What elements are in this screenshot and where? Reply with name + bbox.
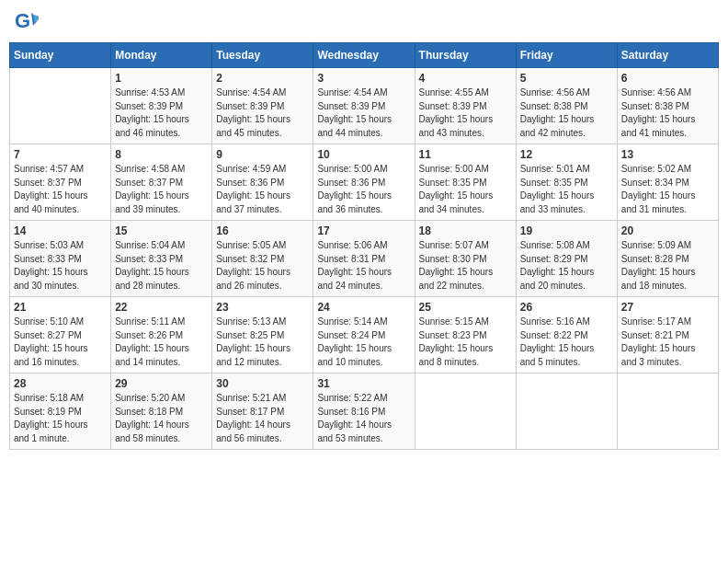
day-number: 7 (14, 148, 107, 161)
day-info: Sunrise: 5:00 AM Sunset: 8:35 PM Dayligh… (419, 163, 512, 216)
day-info: Sunrise: 4:54 AM Sunset: 8:39 PM Dayligh… (216, 86, 309, 140)
day-info: Sunrise: 4:56 AM Sunset: 8:38 PM Dayligh… (621, 86, 714, 140)
calendar-cell: 4Sunrise: 4:55 AM Sunset: 8:39 PM Daylig… (415, 68, 516, 144)
calendar-cell: 11Sunrise: 5:00 AM Sunset: 8:35 PM Dayli… (415, 144, 516, 221)
calendar-cell (10, 68, 111, 144)
calendar-cell: 5Sunrise: 4:56 AM Sunset: 8:38 PM Daylig… (516, 68, 617, 144)
day-number: 1 (115, 72, 208, 85)
day-number: 14 (14, 224, 107, 237)
calendar-cell (415, 373, 516, 450)
column-header-thursday: Thursday (415, 43, 516, 68)
calendar-cell: 14Sunrise: 5:03 AM Sunset: 8:33 PM Dayli… (10, 221, 111, 297)
day-info: Sunrise: 5:22 AM Sunset: 8:16 PM Dayligh… (317, 392, 410, 445)
day-number: 25 (419, 301, 512, 314)
day-number: 9 (216, 148, 309, 161)
day-info: Sunrise: 5:17 AM Sunset: 8:21 PM Dayligh… (621, 316, 714, 369)
column-header-saturday: Saturday (617, 43, 718, 68)
calendar-cell: 1Sunrise: 4:53 AM Sunset: 8:39 PM Daylig… (111, 68, 212, 144)
calendar-cell (617, 373, 718, 450)
day-number: 24 (317, 301, 410, 314)
day-info: Sunrise: 4:55 AM Sunset: 8:39 PM Dayligh… (419, 86, 512, 140)
day-number: 30 (216, 377, 309, 390)
calendar-cell: 8Sunrise: 4:58 AM Sunset: 8:37 PM Daylig… (111, 144, 212, 221)
day-info: Sunrise: 4:58 AM Sunset: 8:37 PM Dayligh… (115, 163, 208, 216)
calendar-cell: 22Sunrise: 5:11 AM Sunset: 8:26 PM Dayli… (111, 297, 212, 373)
day-number: 31 (317, 377, 410, 390)
day-number: 26 (520, 301, 613, 314)
calendar-cell: 18Sunrise: 5:07 AM Sunset: 8:30 PM Dayli… (415, 221, 516, 297)
calendar-cell: 24Sunrise: 5:14 AM Sunset: 8:24 PM Dayli… (313, 297, 415, 373)
day-info: Sunrise: 5:11 AM Sunset: 8:26 PM Dayligh… (115, 316, 208, 369)
calendar-cell: 21Sunrise: 5:10 AM Sunset: 8:27 PM Dayli… (10, 297, 111, 373)
day-info: Sunrise: 5:18 AM Sunset: 8:19 PM Dayligh… (14, 392, 107, 445)
day-info: Sunrise: 5:20 AM Sunset: 8:18 PM Dayligh… (115, 392, 208, 445)
day-info: Sunrise: 5:06 AM Sunset: 8:31 PM Dayligh… (317, 239, 410, 293)
day-info: Sunrise: 5:13 AM Sunset: 8:25 PM Dayligh… (216, 316, 309, 369)
calendar-cell: 16Sunrise: 5:05 AM Sunset: 8:32 PM Dayli… (212, 221, 313, 297)
day-info: Sunrise: 5:03 AM Sunset: 8:33 PM Dayligh… (14, 239, 107, 293)
day-number: 3 (317, 72, 410, 85)
day-number: 10 (317, 148, 410, 161)
day-info: Sunrise: 5:00 AM Sunset: 8:36 PM Dayligh… (317, 163, 410, 216)
calendar-header-row: SundayMondayTuesdayWednesdayThursdayFrid… (10, 43, 719, 68)
day-info: Sunrise: 5:10 AM Sunset: 8:27 PM Dayligh… (14, 316, 107, 369)
logo: G (13, 9, 40, 35)
day-info: Sunrise: 5:02 AM Sunset: 8:34 PM Dayligh… (621, 163, 714, 216)
calendar-week-row: 28Sunrise: 5:18 AM Sunset: 8:19 PM Dayli… (10, 373, 719, 450)
day-number: 8 (115, 148, 208, 161)
calendar-cell: 17Sunrise: 5:06 AM Sunset: 8:31 PM Dayli… (313, 221, 415, 297)
column-header-monday: Monday (111, 43, 212, 68)
calendar-cell: 28Sunrise: 5:18 AM Sunset: 8:19 PM Dayli… (10, 373, 111, 450)
day-number: 16 (216, 224, 309, 237)
day-number: 12 (520, 148, 613, 161)
day-number: 6 (621, 72, 714, 85)
column-header-tuesday: Tuesday (212, 43, 313, 68)
day-info: Sunrise: 4:54 AM Sunset: 8:39 PM Dayligh… (317, 86, 410, 140)
calendar-cell: 27Sunrise: 5:17 AM Sunset: 8:21 PM Dayli… (617, 297, 718, 373)
calendar-cell: 26Sunrise: 5:16 AM Sunset: 8:22 PM Dayli… (516, 297, 617, 373)
day-info: Sunrise: 5:08 AM Sunset: 8:29 PM Dayligh… (520, 239, 613, 293)
day-info: Sunrise: 5:21 AM Sunset: 8:17 PM Dayligh… (216, 392, 309, 445)
svg-text:G: G (15, 9, 30, 32)
calendar-cell: 15Sunrise: 5:04 AM Sunset: 8:33 PM Dayli… (111, 221, 212, 297)
day-info: Sunrise: 5:16 AM Sunset: 8:22 PM Dayligh… (520, 316, 613, 369)
calendar-cell (516, 373, 617, 450)
day-info: Sunrise: 4:56 AM Sunset: 8:38 PM Dayligh… (520, 86, 613, 140)
day-number: 22 (115, 301, 208, 314)
calendar-week-row: 14Sunrise: 5:03 AM Sunset: 8:33 PM Dayli… (10, 221, 719, 297)
day-info: Sunrise: 5:04 AM Sunset: 8:33 PM Dayligh… (115, 239, 208, 293)
day-number: 28 (14, 377, 107, 390)
calendar-cell: 6Sunrise: 4:56 AM Sunset: 8:38 PM Daylig… (617, 68, 718, 144)
day-info: Sunrise: 4:53 AM Sunset: 8:39 PM Dayligh… (115, 86, 208, 140)
day-number: 20 (621, 224, 714, 237)
day-number: 4 (419, 72, 512, 85)
calendar-cell: 7Sunrise: 4:57 AM Sunset: 8:37 PM Daylig… (10, 144, 111, 221)
day-info: Sunrise: 5:14 AM Sunset: 8:24 PM Dayligh… (317, 316, 410, 369)
calendar-cell: 10Sunrise: 5:00 AM Sunset: 8:36 PM Dayli… (313, 144, 415, 221)
calendar-cell: 12Sunrise: 5:01 AM Sunset: 8:35 PM Dayli… (516, 144, 617, 221)
day-number: 21 (14, 301, 107, 314)
day-info: Sunrise: 5:01 AM Sunset: 8:35 PM Dayligh… (520, 163, 613, 216)
calendar-cell: 30Sunrise: 5:21 AM Sunset: 8:17 PM Dayli… (212, 373, 313, 450)
calendar-body: 1Sunrise: 4:53 AM Sunset: 8:39 PM Daylig… (10, 68, 719, 450)
calendar-cell: 31Sunrise: 5:22 AM Sunset: 8:16 PM Dayli… (313, 373, 415, 450)
day-number: 29 (115, 377, 208, 390)
day-number: 27 (621, 301, 714, 314)
calendar-cell: 9Sunrise: 4:59 AM Sunset: 8:36 PM Daylig… (212, 144, 313, 221)
day-number: 18 (419, 224, 512, 237)
day-number: 17 (317, 224, 410, 237)
day-info: Sunrise: 4:59 AM Sunset: 8:36 PM Dayligh… (216, 163, 309, 216)
calendar-week-row: 21Sunrise: 5:10 AM Sunset: 8:27 PM Dayli… (10, 297, 719, 373)
column-header-wednesday: Wednesday (313, 43, 415, 68)
day-number: 19 (520, 224, 613, 237)
calendar-cell: 29Sunrise: 5:20 AM Sunset: 8:18 PM Dayli… (111, 373, 212, 450)
day-number: 15 (115, 224, 208, 237)
calendar-cell: 20Sunrise: 5:09 AM Sunset: 8:28 PM Dayli… (617, 221, 718, 297)
calendar-cell: 2Sunrise: 4:54 AM Sunset: 8:39 PM Daylig… (212, 68, 313, 144)
calendar-cell: 19Sunrise: 5:08 AM Sunset: 8:29 PM Dayli… (516, 221, 617, 297)
column-header-sunday: Sunday (10, 43, 111, 68)
calendar-cell: 23Sunrise: 5:13 AM Sunset: 8:25 PM Dayli… (212, 297, 313, 373)
calendar-table: SundayMondayTuesdayWednesdayThursdayFrid… (9, 42, 719, 450)
day-info: Sunrise: 5:07 AM Sunset: 8:30 PM Dayligh… (419, 239, 512, 293)
day-info: Sunrise: 5:09 AM Sunset: 8:28 PM Dayligh… (621, 239, 714, 293)
